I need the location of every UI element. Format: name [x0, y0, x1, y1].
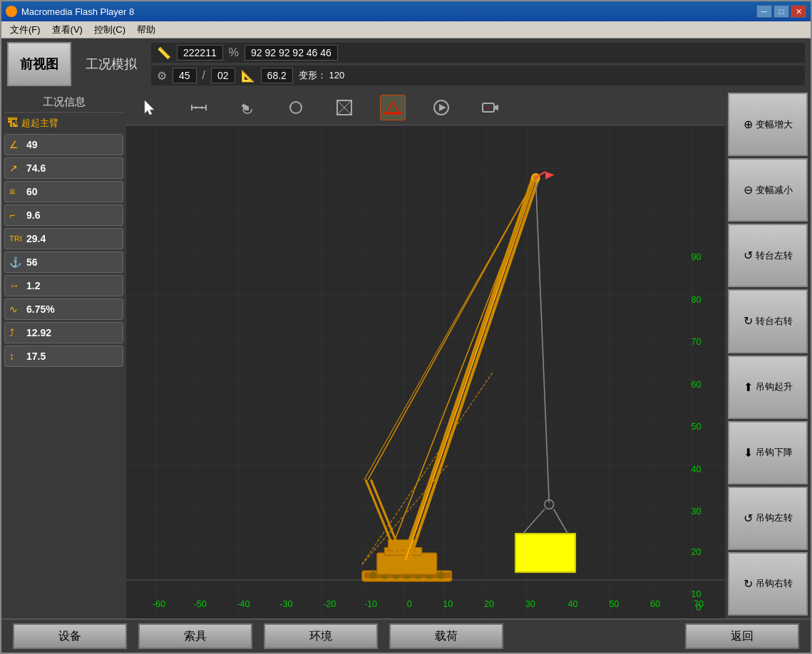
menu-view[interactable]: 查看(V) [46, 22, 88, 38]
hook-down-button[interactable]: ⬇ 吊钩下降 [728, 421, 808, 484]
turntable-left-button[interactable]: ↺ 转台左转 [728, 224, 808, 287]
info-val-7: 6.75% [26, 303, 55, 315]
info-row-6: ↔ 1.2 [4, 275, 123, 296]
hook-left-icon: ↺ [744, 512, 753, 525]
svg-point-18 [397, 112, 400, 115]
svg-point-16 [391, 112, 394, 115]
condition-label: 工况模拟 [74, 56, 148, 73]
info-val-3: 9.6 [26, 209, 40, 221]
info-row-5: ⚓ 56 [4, 251, 123, 273]
load-button[interactable]: 载荷 [389, 623, 503, 649]
svg-point-9 [290, 102, 302, 113]
svg-point-17 [386, 112, 389, 115]
turntable-right-icon: ↻ [744, 314, 753, 328]
svg-rect-6 [245, 105, 246, 110]
play-tool[interactable] [428, 95, 454, 120]
info-val-2: 60 [26, 186, 38, 197]
dm-icon: 📏 [157, 46, 171, 60]
canvas-area[interactable]: 90 80 70 60 50 40 30 20 10 0 -60 -50 -40… [126, 125, 725, 618]
load-icon: ⤴ [9, 327, 26, 338]
equipment-button[interactable]: 设备 [13, 623, 127, 649]
svg-marker-0 [145, 100, 154, 115]
window-title: Macromedia Flash Player 8 [21, 6, 756, 17]
info-row-7: ∿ 6.75% [4, 299, 123, 320]
menu-help[interactable]: 帮助 [131, 22, 161, 38]
turntable-left-icon: ↺ [744, 249, 753, 262]
toolbar-row2: ⚙ 45 / 02 📐 68.2 变形： 120 [151, 66, 805, 85]
menu-control[interactable]: 控制(C) [88, 22, 131, 38]
lines-icon: ≡ [9, 186, 26, 197]
info-val-6: 1.2 [26, 280, 40, 291]
title-bar: Macromedia Flash Player 8 ─ □ ✕ [1, 1, 811, 21]
info-val-8: 12.92 [26, 327, 51, 338]
deform-label: 变形： 120 [299, 69, 344, 82]
svg-point-22 [488, 106, 490, 108]
return-button[interactable]: 返回 [685, 623, 799, 649]
hook-icon: ⌐ [9, 209, 26, 221]
main-boom-label: 🏗 超起主臂 [4, 115, 123, 131]
svg-line-15 [393, 102, 399, 112]
hook-left-button[interactable]: ↺ 吊钩左转 [728, 487, 808, 550]
environment-button[interactable]: 环境 [264, 623, 378, 649]
main-window: Macromedia Flash Player 8 ─ □ ✕ 文件(F) 查看… [0, 0, 812, 654]
info-row-1: ↗ 74.6 [4, 157, 123, 179]
main-content: 工况信息 🏗 超起主臂 ∠ 49 ↗ 74.6 ≡ 60 ⌐ 9.6 [1, 90, 811, 618]
maximize-button[interactable]: □ [774, 5, 789, 18]
slope-icon: ∿ [9, 303, 26, 315]
hook-right-button[interactable]: ↻ 吊钩右转 [728, 552, 808, 616]
close-button[interactable]: ✕ [791, 5, 806, 18]
amplitude-increase-button[interactable]: ⊕ 变幅增大 [728, 93, 808, 156]
radius-icon: ↔ [9, 280, 26, 291]
weight-icon: ⚓ [9, 256, 26, 268]
rigging-button[interactable]: 索具 [138, 623, 252, 649]
turntable-right-button[interactable]: ↻ 转台右转 [728, 289, 808, 353]
svg-marker-20 [439, 104, 446, 111]
viewport: 90 80 70 60 50 40 30 20 10 0 -60 -50 -40… [126, 90, 725, 618]
front-view-button[interactable]: 前视图 [7, 42, 71, 86]
info-val-1: 74.6 [26, 162, 46, 174]
menu-file[interactable]: 文件(F) [4, 22, 46, 38]
hook-up-icon: ⬆ [744, 380, 753, 394]
svg-line-14 [387, 102, 393, 112]
ruler-icon: 📐 [241, 69, 255, 83]
info-val-0: 49 [26, 139, 38, 150]
amplitude-decrease-button[interactable]: ⊖ 变幅减小 [728, 158, 808, 222]
circle-tool[interactable] [283, 95, 309, 120]
select-tool[interactable] [138, 95, 163, 120]
left-panel: 工况信息 🏗 超起主臂 ∠ 49 ↗ 74.6 ≡ 60 ⌐ 9.6 [1, 90, 126, 618]
info-row-9: ↕ 17.5 [4, 346, 123, 367]
angle-icon: ∠ [9, 139, 26, 150]
toolbar-right: 📏 222211 % 92 92 92 92 46 46 ⚙ 45 / 02 📐… [151, 43, 805, 85]
crane2-icon: ↕ [9, 351, 26, 362]
toolbar-length: 68.2 [261, 68, 293, 83]
measure-tool[interactable] [186, 95, 212, 120]
svg-rect-7 [246, 105, 247, 110]
pan-tool[interactable] [235, 95, 260, 120]
info-val-9: 17.5 [26, 351, 46, 362]
window-controls: ─ □ ✕ [756, 5, 806, 18]
info-title: 工况信息 [4, 93, 123, 113]
amplitude-decrease-icon: ⊖ [744, 183, 753, 197]
hook-up-button[interactable]: ⬆ 吊钩起升 [728, 355, 808, 419]
draw-toolbar [126, 90, 725, 125]
svg-rect-8 [247, 106, 249, 110]
fit-tool[interactable] [332, 95, 357, 120]
top-toolbar: 前视图 工况模拟 📏 222211 % 92 92 92 92 46 46 ⚙ … [1, 38, 811, 90]
menu-bar: 文件(F) 查看(V) 控制(C) 帮助 [1, 21, 811, 38]
info-row-2: ≡ 60 [4, 181, 123, 202]
toolbar-value2: 92 92 92 92 46 46 [245, 45, 338, 61]
crane-icon: 🏗 [7, 117, 19, 130]
app-icon [6, 6, 17, 17]
toolbar-num: 02 [211, 68, 235, 83]
toolbar-row1: 📏 222211 % 92 92 92 92 46 46 [151, 43, 805, 63]
tri-icon: TRI [9, 234, 26, 243]
grid-canvas [126, 125, 725, 618]
hook-right-icon: ↻ [744, 577, 753, 591]
info-row-3: ⌐ 9.6 [4, 204, 123, 226]
hook-down-icon: ⬇ [744, 446, 753, 460]
info-row-4: TRI 29.4 [4, 228, 123, 249]
toolbar-value1: 222211 [177, 45, 223, 61]
camera-tool[interactable] [477, 95, 503, 120]
crane-tool[interactable] [380, 95, 406, 120]
minimize-button[interactable]: ─ [756, 5, 772, 18]
